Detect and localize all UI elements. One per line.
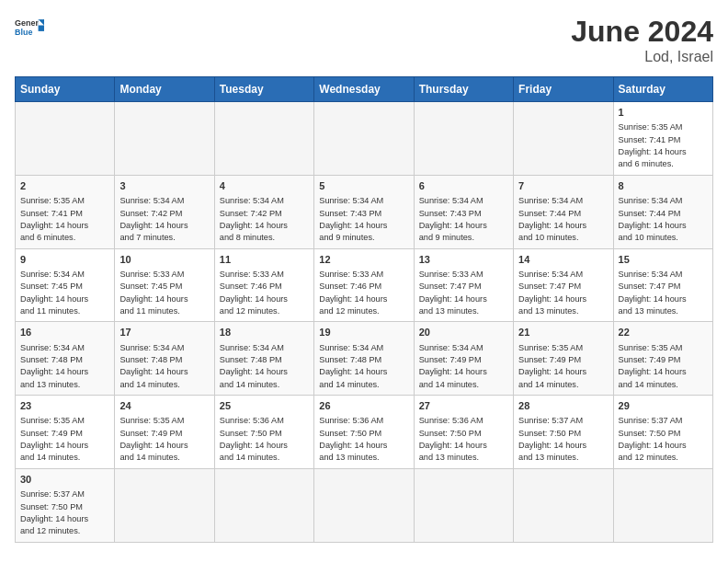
- calendar-cell: [414, 468, 513, 542]
- day-number: 12: [319, 253, 408, 267]
- day-number: 20: [419, 326, 508, 339]
- dow-header-thursday: Thursday: [414, 77, 513, 102]
- day-number: 25: [220, 399, 309, 413]
- cell-content: Sunrise: 5:34 AMSunset: 7:48 PMDaylight:…: [119, 342, 209, 391]
- dow-header-tuesday: Tuesday: [214, 77, 313, 102]
- calendar-cell: [514, 102, 613, 176]
- calendar-cell: 28Sunrise: 5:37 AMSunset: 7:50 PMDayligh…: [514, 396, 613, 469]
- calendar-location: Lod, Israel: [571, 49, 713, 65]
- svg-text:Blue: Blue: [15, 28, 32, 37]
- logo: General Blue: [15, 15, 44, 44]
- day-number: 21: [518, 326, 608, 339]
- day-number: 11: [220, 253, 309, 267]
- day-number: 9: [20, 253, 109, 267]
- calendar-cell: 8Sunrise: 5:34 AMSunset: 7:44 PMDaylight…: [613, 175, 712, 248]
- day-number: 5: [319, 179, 408, 193]
- day-number: 4: [220, 179, 309, 193]
- cell-content: Sunrise: 5:34 AMSunset: 7:44 PMDaylight:…: [619, 195, 708, 244]
- cell-content: Sunrise: 5:33 AMSunset: 7:45 PMDaylight:…: [119, 269, 209, 317]
- cell-content: Sunrise: 5:35 AMSunset: 7:49 PMDaylight:…: [619, 342, 708, 391]
- calendar-cell: [115, 468, 214, 542]
- calendar-cell: [214, 468, 313, 542]
- cell-content: Sunrise: 5:37 AMSunset: 7:50 PMDaylight:…: [20, 488, 109, 537]
- day-number: 6: [419, 179, 508, 193]
- cell-content: Sunrise: 5:33 AMSunset: 7:46 PMDaylight:…: [319, 269, 408, 317]
- day-number: 14: [518, 253, 608, 267]
- cell-content: Sunrise: 5:35 AMSunset: 7:41 PMDaylight:…: [619, 121, 708, 170]
- cell-content: Sunrise: 5:34 AMSunset: 7:49 PMDaylight:…: [419, 342, 508, 391]
- calendar-cell: 22Sunrise: 5:35 AMSunset: 7:49 PMDayligh…: [613, 322, 712, 396]
- cell-content: Sunrise: 5:36 AMSunset: 7:50 PMDaylight:…: [220, 415, 309, 464]
- calendar-cell: 10Sunrise: 5:33 AMSunset: 7:45 PMDayligh…: [115, 248, 214, 322]
- calendar-cell: 23Sunrise: 5:35 AMSunset: 7:49 PMDayligh…: [16, 396, 115, 469]
- calendar-cell: 26Sunrise: 5:36 AMSunset: 7:50 PMDayligh…: [314, 396, 414, 469]
- page-header: General Blue June 2024 Lod, Israel: [15, 15, 713, 65]
- calendar-week-2: 2Sunrise: 5:35 AMSunset: 7:41 PMDaylight…: [16, 175, 713, 248]
- day-number: 22: [619, 326, 708, 339]
- dow-header-sunday: Sunday: [16, 77, 115, 102]
- cell-content: Sunrise: 5:35 AMSunset: 7:49 PMDaylight:…: [518, 342, 608, 391]
- calendar-title: June 2024: [571, 15, 713, 49]
- calendar-week-5: 23Sunrise: 5:35 AMSunset: 7:49 PMDayligh…: [16, 396, 713, 469]
- cell-content: Sunrise: 5:35 AMSunset: 7:49 PMDaylight:…: [119, 415, 209, 464]
- day-number: 1: [619, 106, 708, 120]
- calendar-cell: 29Sunrise: 5:37 AMSunset: 7:50 PMDayligh…: [613, 396, 712, 469]
- calendar-cell: [514, 468, 613, 542]
- cell-content: Sunrise: 5:34 AMSunset: 7:44 PMDaylight:…: [518, 195, 608, 244]
- calendar-cell: [314, 468, 414, 542]
- day-number: 27: [419, 399, 508, 413]
- calendar-cell: [414, 102, 513, 176]
- day-number: 26: [319, 399, 408, 413]
- calendar-week-3: 9Sunrise: 5:34 AMSunset: 7:45 PMDaylight…: [16, 248, 713, 322]
- calendar-cell: 4Sunrise: 5:34 AMSunset: 7:42 PMDaylight…: [214, 175, 313, 248]
- cell-content: Sunrise: 5:34 AMSunset: 7:42 PMDaylight:…: [220, 195, 309, 244]
- cell-content: Sunrise: 5:34 AMSunset: 7:47 PMDaylight:…: [518, 269, 608, 317]
- calendar-cell: 11Sunrise: 5:33 AMSunset: 7:46 PMDayligh…: [214, 248, 313, 322]
- cell-content: Sunrise: 5:37 AMSunset: 7:50 PMDaylight:…: [518, 415, 608, 464]
- cell-content: Sunrise: 5:36 AMSunset: 7:50 PMDaylight:…: [319, 415, 408, 464]
- cell-content: Sunrise: 5:34 AMSunset: 7:43 PMDaylight:…: [419, 195, 508, 244]
- calendar-cell: [613, 468, 712, 542]
- calendar-cell: 13Sunrise: 5:33 AMSunset: 7:47 PMDayligh…: [414, 248, 513, 322]
- calendar-cell: [115, 102, 214, 176]
- day-number: 10: [119, 253, 209, 267]
- dow-header-wednesday: Wednesday: [314, 77, 414, 102]
- cell-content: Sunrise: 5:34 AMSunset: 7:47 PMDaylight:…: [619, 269, 708, 317]
- cell-content: Sunrise: 5:34 AMSunset: 7:48 PMDaylight:…: [220, 342, 309, 391]
- day-number: 24: [119, 399, 209, 413]
- dow-header-saturday: Saturday: [613, 77, 712, 102]
- calendar-cell: 5Sunrise: 5:34 AMSunset: 7:43 PMDaylight…: [314, 175, 414, 248]
- calendar-cell: 7Sunrise: 5:34 AMSunset: 7:44 PMDaylight…: [514, 175, 613, 248]
- dow-header-friday: Friday: [514, 77, 613, 102]
- calendar-table: SundayMondayTuesdayWednesdayThursdayFrid…: [15, 76, 713, 543]
- cell-content: Sunrise: 5:35 AMSunset: 7:49 PMDaylight:…: [20, 415, 109, 464]
- calendar-cell: 9Sunrise: 5:34 AMSunset: 7:45 PMDaylight…: [16, 248, 115, 322]
- day-number: 19: [319, 326, 408, 339]
- calendar-cell: 14Sunrise: 5:34 AMSunset: 7:47 PMDayligh…: [514, 248, 613, 322]
- dow-header-monday: Monday: [115, 77, 214, 102]
- day-number: 2: [20, 179, 109, 193]
- day-number: 8: [619, 179, 708, 193]
- cell-content: Sunrise: 5:36 AMSunset: 7:50 PMDaylight:…: [419, 415, 508, 464]
- day-number: 3: [119, 179, 209, 193]
- calendar-cell: 18Sunrise: 5:34 AMSunset: 7:48 PMDayligh…: [214, 322, 313, 396]
- calendar-cell: 19Sunrise: 5:34 AMSunset: 7:48 PMDayligh…: [314, 322, 414, 396]
- day-number: 7: [518, 179, 608, 193]
- calendar-cell: 16Sunrise: 5:34 AMSunset: 7:48 PMDayligh…: [16, 322, 115, 396]
- calendar-cell: 30Sunrise: 5:37 AMSunset: 7:50 PMDayligh…: [16, 468, 115, 542]
- calendar-cell: 20Sunrise: 5:34 AMSunset: 7:49 PMDayligh…: [414, 322, 513, 396]
- calendar-cell: 24Sunrise: 5:35 AMSunset: 7:49 PMDayligh…: [115, 396, 214, 469]
- cell-content: Sunrise: 5:34 AMSunset: 7:43 PMDaylight:…: [319, 195, 408, 244]
- day-number: 23: [20, 399, 109, 413]
- cell-content: Sunrise: 5:34 AMSunset: 7:48 PMDaylight:…: [20, 342, 109, 391]
- calendar-cell: 25Sunrise: 5:36 AMSunset: 7:50 PMDayligh…: [214, 396, 313, 469]
- cell-content: Sunrise: 5:35 AMSunset: 7:41 PMDaylight:…: [20, 195, 109, 244]
- calendar-cell: [214, 102, 313, 176]
- day-number: 15: [619, 253, 708, 267]
- day-number: 29: [619, 399, 708, 413]
- day-number: 18: [220, 326, 309, 339]
- calendar-cell: 1Sunrise: 5:35 AMSunset: 7:41 PMDaylight…: [613, 102, 712, 176]
- calendar-cell: 27Sunrise: 5:36 AMSunset: 7:50 PMDayligh…: [414, 396, 513, 469]
- calendar-week-1: 1Sunrise: 5:35 AMSunset: 7:41 PMDaylight…: [16, 102, 713, 176]
- calendar-week-6: 30Sunrise: 5:37 AMSunset: 7:50 PMDayligh…: [16, 468, 713, 542]
